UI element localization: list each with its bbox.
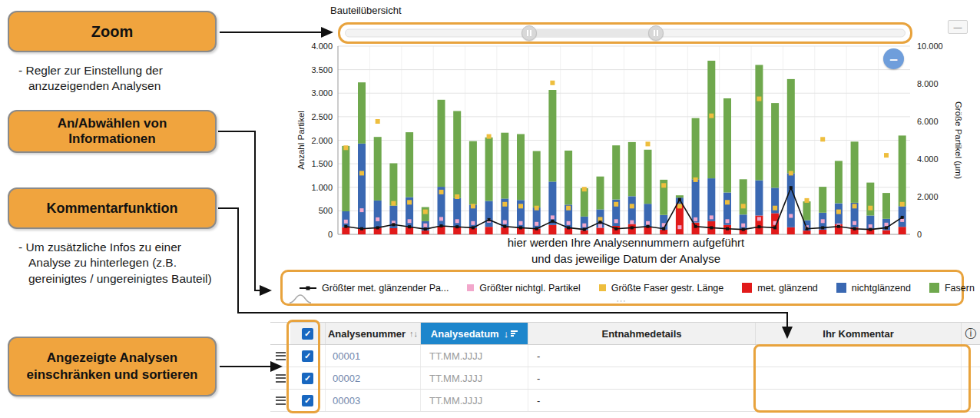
- legend-item-met-glaenzend[interactable]: met. glänzend: [742, 283, 818, 294]
- kommentar-cell[interactable]: [756, 345, 962, 367]
- chart-legend: Größter met. glänzender Pa... Größter ni…: [280, 270, 964, 306]
- svg-text:1.000: 1.000: [311, 183, 333, 192]
- callout-restrict-sort: Angezeigte Analysen einschränken und sor…: [8, 337, 217, 396]
- header-analysenummer[interactable]: Analysenummer ↑↓: [326, 323, 421, 344]
- svg-text:2.000: 2.000: [311, 136, 333, 145]
- distribution-curve-icon[interactable]: [289, 293, 312, 304]
- legend-item-nichtglaenzend[interactable]: nichtglänzend: [836, 283, 911, 294]
- svg-text:4.000: 4.000: [917, 154, 939, 164]
- zoom-slider-range[interactable]: [535, 29, 661, 38]
- red-square-icon: [742, 283, 752, 293]
- callout-zoom-label: Zoom: [91, 23, 133, 41]
- pink-square-icon: [467, 284, 474, 291]
- svg-text:8.000: 8.000: [917, 79, 939, 88]
- header-ihr-kommentar[interactable]: Ihr Kommentar: [756, 323, 962, 344]
- analysedatum-cell: TT.MM.JJJJ: [421, 390, 528, 411]
- analysedatum-cell: TT.MM.JJJJ: [421, 345, 528, 367]
- row-checkbox[interactable]: ✓: [302, 373, 313, 384]
- kommentar-cell[interactable]: [756, 390, 962, 411]
- row-drag-cell[interactable]: [270, 390, 290, 411]
- legend-label: Fasern: [945, 283, 975, 294]
- chart-zoom-out-button[interactable]: –: [883, 48, 904, 69]
- info-icon[interactable]: ⓘ: [965, 327, 977, 341]
- table-row: ✓ 00003 TT.MM.JJJJ -: [270, 390, 980, 412]
- zoom-slider-handle-left[interactable]: [521, 25, 537, 41]
- callout-comment-function-label: Kommentarfunktion: [47, 201, 178, 217]
- callout-comment-function: Kommentarfunktion: [8, 187, 217, 229]
- chart-caption-line2: und das jeweilige Datum der Analyse: [338, 252, 914, 265]
- row-info-cell: [962, 345, 980, 367]
- legend-label: Größte Faser gestr. Länge: [611, 283, 724, 294]
- page-title: Bauteilübersicht: [330, 5, 402, 16]
- row-info-cell: [962, 390, 980, 411]
- sort-descending-icon[interactable]: ↓: [504, 328, 518, 340]
- callout-toggle-info-label: An/Abwählen von Informationen: [20, 116, 204, 148]
- collapse-button[interactable]: —: [948, 20, 968, 34]
- legend-drag-handle-icon[interactable]: ⋯: [616, 295, 628, 307]
- svg-text:0: 0: [328, 230, 333, 238]
- header-analysedatum[interactable]: Analysedatum ↓: [421, 323, 528, 344]
- table-header-row: ✓ Analysenummer ↑↓ Analysedatum ↓ Entnah…: [270, 322, 980, 345]
- zoom-slider-track[interactable]: [345, 29, 906, 38]
- header-drag-column: [270, 323, 290, 344]
- callout-restrict-sort-label: Angezeigte Analysen einschränken und sor…: [20, 350, 204, 383]
- svg-text:6.000: 6.000: [917, 117, 939, 126]
- svg-text:Anzahl Partikel: Anzahl Partikel: [296, 111, 306, 170]
- legend-item-groesste-faser[interactable]: Größte Faser gestr. Länge: [599, 283, 724, 294]
- callout-zoom-note: - Regler zur Einstellung der anzuzeigend…: [18, 63, 215, 95]
- bauteil-chart: 05001.0001.5002.0002.5003.0003.5004.0000…: [292, 40, 968, 238]
- legend-label: met. glänzend: [757, 283, 818, 294]
- callout-comment-note: - Um zusätzliche Infos zu einer Analyse …: [18, 240, 226, 287]
- callout-zoom: Zoom: [8, 11, 217, 52]
- svg-text:3.500: 3.500: [311, 65, 333, 75]
- legend-label: Größter nichtgl. Partikel: [479, 283, 580, 294]
- entnahmedetails-cell: -: [528, 345, 756, 367]
- row-info-cell: [962, 367, 980, 389]
- line-marker-icon: [300, 287, 316, 289]
- yellow-square-icon: [599, 284, 606, 291]
- header-select-all[interactable]: ✓: [290, 323, 326, 344]
- kommentar-cell[interactable]: [756, 367, 962, 389]
- sort-bars-icon: [511, 330, 518, 337]
- drag-handle-icon[interactable]: [276, 352, 286, 360]
- header-entnahmedetails[interactable]: Entnahmedetails: [528, 323, 756, 344]
- sort-updown-icon[interactable]: ↑↓: [409, 329, 418, 338]
- legend-label: Größter met. glänzender Pa...: [322, 283, 449, 294]
- analysenummer-cell[interactable]: 00002: [326, 367, 421, 389]
- svg-text:0: 0: [917, 230, 922, 238]
- callout-toggle-info: An/Abwählen von Informationen: [8, 110, 217, 153]
- svg-text:1.500: 1.500: [311, 159, 333, 168]
- entnahmedetails-cell: -: [528, 367, 756, 389]
- row-drag-cell[interactable]: [270, 345, 290, 367]
- svg-text:4.000: 4.000: [311, 41, 333, 51]
- svg-text:2.500: 2.500: [311, 112, 333, 121]
- screen: Zoom - Regler zur Einstellung der anzuze…: [0, 0, 980, 418]
- header-info[interactable]: ⓘ: [962, 323, 980, 344]
- drag-handle-icon[interactable]: [276, 396, 286, 405]
- legend-item-fasern[interactable]: Fasern: [929, 283, 975, 294]
- row-select-cell[interactable]: ✓: [290, 390, 326, 411]
- legend-item-groesster-met-glaenzender[interactable]: Größter met. glänzender Pa...: [300, 283, 449, 294]
- chart-caption-line1: hier werden Ihre Analysennummern aufgefü…: [338, 236, 914, 249]
- svg-text:Größe Partikel (µm): Größe Partikel (µm): [954, 101, 963, 179]
- analysenummer-cell[interactable]: 00001: [326, 345, 421, 367]
- legend-item-groesster-nichtgl-partikel[interactable]: Größter nichtgl. Partikel: [467, 283, 580, 294]
- green-square-icon: [929, 283, 939, 293]
- row-select-cell[interactable]: ✓: [290, 345, 326, 367]
- legend-label: nichtglänzend: [852, 283, 911, 294]
- row-select-cell[interactable]: ✓: [290, 367, 326, 389]
- blue-square-icon: [836, 283, 846, 293]
- svg-text:2.000: 2.000: [917, 192, 939, 201]
- entnahmedetails-cell: -: [528, 390, 756, 411]
- row-drag-cell[interactable]: [270, 367, 290, 389]
- svg-text:3.000: 3.000: [311, 88, 333, 98]
- analysenummer-cell[interactable]: 00003: [326, 390, 421, 411]
- table-row: ✓ 00001 TT.MM.JJJJ -: [270, 345, 980, 367]
- zoom-slider-handle-right[interactable]: [648, 25, 664, 41]
- drag-handle-icon[interactable]: [276, 374, 286, 383]
- row-checkbox[interactable]: ✓: [302, 395, 313, 406]
- row-checkbox[interactable]: ✓: [302, 350, 313, 362]
- select-all-checkbox[interactable]: ✓: [302, 328, 313, 340]
- svg-text:500: 500: [319, 206, 333, 215]
- table-row: ✓ 00002 TT.MM.JJJJ -: [270, 367, 980, 390]
